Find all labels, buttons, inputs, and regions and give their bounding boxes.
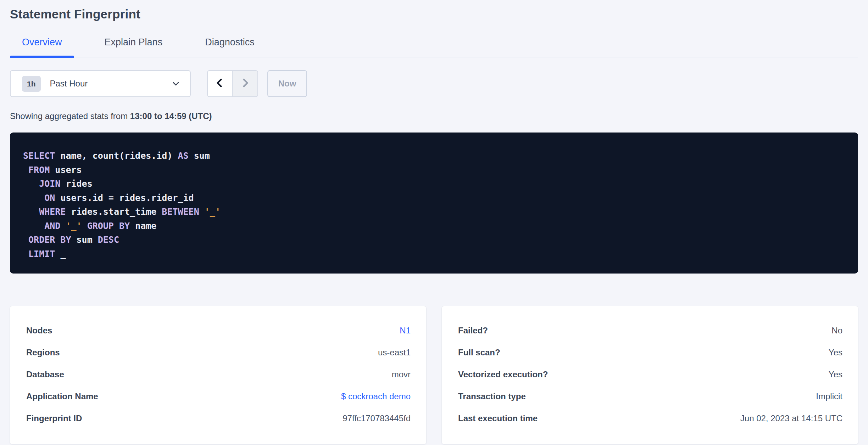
sql-statement-box: SELECT name, count(rides.id) AS sum FROM… bbox=[10, 133, 858, 274]
sql-text bbox=[23, 221, 44, 231]
info-row: Last execution timeJun 02, 2023 at 14:15… bbox=[458, 407, 842, 429]
chevron-down-icon bbox=[171, 79, 181, 89]
sql-text: sum bbox=[189, 151, 210, 161]
info-row-label: Last execution time bbox=[458, 413, 538, 423]
time-range-dropdown[interactable]: 1h Past Hour bbox=[10, 70, 191, 97]
chevron-right-icon bbox=[239, 77, 251, 90]
sql-text: name, count(rides.id) bbox=[55, 151, 178, 161]
chevron-left-icon bbox=[214, 77, 226, 90]
time-interval-badge: 1h bbox=[22, 76, 41, 92]
info-row-value: 97ffc170783445fd bbox=[343, 413, 411, 423]
sql-text bbox=[199, 207, 205, 217]
sql-text bbox=[23, 165, 28, 175]
info-row: NodesN1 bbox=[26, 320, 411, 342]
info-row-value: Implicit bbox=[816, 392, 842, 401]
sql-keyword: ORDER BY bbox=[28, 235, 71, 245]
sql-keyword: AND bbox=[44, 221, 60, 231]
info-row-label: Failed? bbox=[458, 326, 488, 336]
now-button[interactable]: Now bbox=[267, 70, 307, 97]
info-row-label: Transaction type bbox=[458, 392, 526, 401]
sql-keyword: BETWEEN bbox=[162, 207, 199, 217]
info-row-label: Application Name bbox=[26, 392, 98, 401]
statement-fingerprint-page: Statement Fingerprint OverviewExplain Pl… bbox=[0, 0, 868, 445]
sql-text bbox=[60, 221, 66, 231]
sql-text bbox=[23, 235, 28, 245]
info-row: Full scan?Yes bbox=[458, 342, 842, 364]
page-title: Statement Fingerprint bbox=[10, 7, 858, 21]
info-row: Fingerprint ID97ffc170783445fd bbox=[26, 407, 411, 429]
sql-keyword: AS bbox=[178, 151, 189, 161]
time-controls: 1h Past Hour Now bbox=[10, 70, 858, 97]
sql-text: rides bbox=[60, 179, 92, 189]
sql-keyword: JOIN bbox=[39, 179, 60, 189]
info-row: Databasemovr bbox=[26, 364, 411, 385]
info-row-value: movr bbox=[392, 370, 411, 379]
info-row-label: Database bbox=[26, 370, 64, 379]
aggregated-stats-summary: Showing aggregated stats from 13:00 to 1… bbox=[10, 111, 858, 121]
sql-keyword: LIMIT bbox=[28, 249, 55, 259]
stats-summary-range: 13:00 to 14:59 (UTC) bbox=[130, 111, 212, 121]
time-step-buttons bbox=[207, 70, 258, 97]
time-range-label: Past Hour bbox=[50, 79, 88, 89]
sql-text: rides.start_time bbox=[66, 207, 162, 217]
tab-overview[interactable]: Overview bbox=[10, 37, 74, 57]
next-time-button[interactable] bbox=[233, 71, 257, 96]
sql-keyword: GROUP BY bbox=[87, 221, 130, 231]
info-row: Failed?No bbox=[458, 320, 842, 342]
info-row-value: Yes bbox=[829, 370, 842, 379]
info-card-left: NodesN1Regionsus-east1DatabasemovrApplic… bbox=[10, 306, 426, 444]
info-row-label: Full scan? bbox=[458, 348, 500, 357]
info-row-value: Jun 02, 2023 at 14:15 UTC bbox=[740, 413, 842, 423]
info-row-value-link[interactable]: $ cockroach demo bbox=[341, 392, 411, 401]
sql-literal: '_' bbox=[66, 221, 82, 231]
sql-keyword: DESC bbox=[98, 235, 119, 245]
info-row: Vectorized execution?Yes bbox=[458, 364, 842, 385]
info-row: Regionsus-east1 bbox=[26, 342, 411, 364]
info-row-label: Fingerprint ID bbox=[26, 413, 82, 423]
sql-text bbox=[23, 193, 44, 203]
stats-summary-prefix: Showing aggregated stats from bbox=[10, 111, 130, 121]
sql-keyword: FROM bbox=[28, 165, 50, 175]
sql-text bbox=[82, 221, 87, 231]
info-card-right: Failed?NoFull scan?YesVectorized executi… bbox=[442, 306, 858, 444]
sql-text bbox=[23, 179, 39, 189]
info-cards: NodesN1Regionsus-east1DatabasemovrApplic… bbox=[10, 306, 858, 444]
info-row: Transaction typeImplicit bbox=[458, 385, 842, 407]
info-row-value: us-east1 bbox=[378, 348, 411, 357]
sql-text bbox=[23, 207, 39, 217]
sql-keyword: SELECT bbox=[23, 151, 55, 161]
info-row-value: No bbox=[831, 326, 842, 336]
sql-code: SELECT name, count(rides.id) AS sum FROM… bbox=[23, 149, 844, 261]
info-row-value: Yes bbox=[829, 348, 842, 357]
info-row: Application Name$ cockroach demo bbox=[26, 385, 411, 407]
tab-bar: OverviewExplain PlansDiagnostics bbox=[10, 37, 858, 57]
sql-text: sum bbox=[71, 235, 98, 245]
sql-literal: '_' bbox=[205, 207, 221, 217]
sql-text bbox=[23, 249, 28, 259]
sql-text: users.id = rides.rider_id bbox=[55, 193, 194, 203]
sql-text: name bbox=[130, 221, 156, 231]
sql-text: _ bbox=[55, 249, 66, 259]
info-row-label: Nodes bbox=[26, 326, 52, 336]
tab-explain-plans[interactable]: Explain Plans bbox=[93, 37, 175, 57]
sql-keyword: WHERE bbox=[39, 207, 66, 217]
info-row-value-link[interactable]: N1 bbox=[400, 326, 411, 336]
previous-time-button[interactable] bbox=[208, 71, 233, 96]
tab-diagnostics[interactable]: Diagnostics bbox=[193, 37, 267, 57]
info-row-label: Regions bbox=[26, 348, 60, 357]
sql-text: users bbox=[50, 165, 82, 175]
sql-keyword: ON bbox=[44, 193, 55, 203]
info-row-label: Vectorized execution? bbox=[458, 370, 548, 379]
